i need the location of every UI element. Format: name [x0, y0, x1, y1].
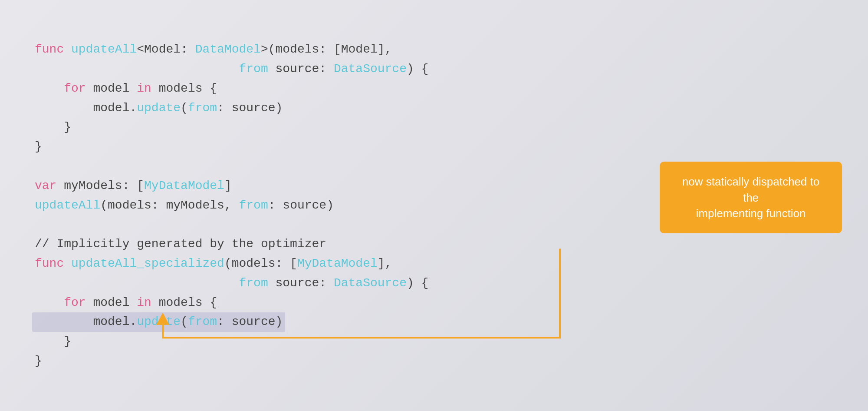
code-token: func [35, 43, 71, 56]
code-token: update [137, 101, 181, 115]
code-token: // Implicitly generated by the optimizer [35, 237, 326, 251]
highlighted-code: model.update(from: source) [32, 312, 285, 332]
code-token: update [137, 315, 181, 328]
code-token: (models: [ [224, 257, 297, 270]
code-token: } [35, 354, 42, 368]
code-token: from [188, 101, 217, 115]
line6: } [35, 137, 833, 157]
code-token: model [86, 296, 137, 309]
tooltip-box: now statically dispatched to the impleme… [660, 162, 842, 233]
code-token: in [137, 82, 151, 95]
code-token: ( [181, 315, 188, 328]
code-token: updateAll [71, 43, 137, 56]
code-token: for [64, 82, 85, 95]
code-token: DataSource [334, 62, 407, 76]
code-token: ] [224, 179, 232, 192]
code-token: } [35, 120, 71, 134]
line13: model.update(from: source) [35, 312, 833, 332]
code-token [35, 62, 239, 76]
code-token: updateAll_specialized [71, 257, 224, 270]
code-token: models { [151, 82, 217, 95]
code-token: from [239, 62, 268, 76]
code-token: ) { [407, 62, 428, 76]
code-token: model. [35, 315, 137, 328]
code-token: DataSource [334, 276, 407, 290]
code-token: MyDataModel [297, 257, 378, 270]
code-token [35, 296, 64, 309]
code-token: myModels: [ [56, 179, 144, 192]
code-token: : source) [268, 199, 334, 212]
line11: from source: DataSource) { [35, 274, 833, 293]
code-token: model [86, 82, 137, 95]
code-token: DataModel [195, 43, 261, 56]
code-token: models { [151, 296, 217, 309]
code-token: from [188, 315, 217, 328]
code-token: source: [268, 62, 334, 76]
code-token: <Model: [137, 43, 195, 56]
code-token: for [64, 296, 85, 309]
line14: } [35, 332, 833, 351]
line4: model.update(from: source) [35, 99, 833, 118]
line1: func updateAll<Model: DataModel>(models:… [35, 40, 833, 60]
code-token: func [35, 257, 71, 270]
line12: for model in models { [35, 293, 833, 313]
code-token: from [239, 276, 268, 290]
code-token: : source) [217, 101, 283, 115]
code-token: updateAll [35, 199, 100, 212]
code-container: func updateAll<Model: DataModel>(models:… [0, 14, 868, 397]
code-token: source: [268, 276, 334, 290]
line9: // Implicitly generated by the optimizer [35, 235, 833, 254]
code-token: ( [181, 101, 188, 115]
tooltip-text: now statically dispatched to the impleme… [682, 175, 820, 220]
line15: } [35, 351, 833, 371]
code-token: ], [378, 257, 392, 270]
code-token [35, 276, 239, 290]
line10: func updateAll_specialized(models: [MyDa… [35, 254, 833, 274]
code-token: var [35, 179, 56, 192]
line2: from source: DataSource) { [35, 60, 833, 79]
code-token [35, 82, 64, 95]
code-token: : source) [217, 315, 283, 328]
code-token: ) { [407, 276, 428, 290]
line5: } [35, 118, 833, 137]
code-token: from [239, 199, 268, 212]
code-token: MyDataModel [144, 179, 224, 192]
code-token: in [137, 296, 151, 309]
code-token: } [35, 140, 42, 153]
code-token: (models: myModels, [100, 199, 239, 212]
code-token: model. [35, 101, 137, 115]
code-token: } [35, 335, 71, 348]
code-token: >(models: [Model], [261, 43, 392, 56]
line3: for model in models { [35, 79, 833, 99]
